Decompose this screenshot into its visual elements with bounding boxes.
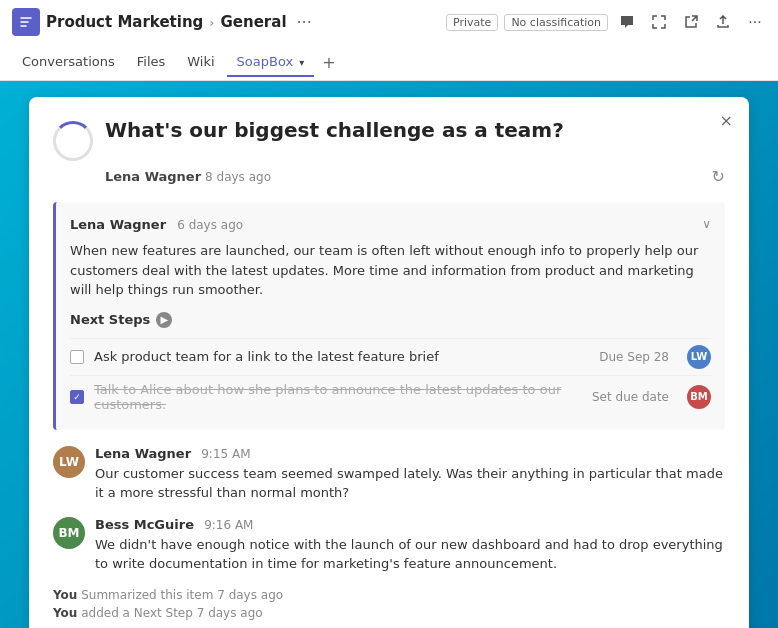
task-2-due: Set due date — [592, 390, 669, 404]
comment-1-avatar: LW — [53, 446, 85, 478]
comment-1-content: Lena Wagner 9:15 AM Our customer success… — [95, 446, 725, 503]
task-1-avatar: LW — [687, 345, 711, 369]
comment-2-content: Bess McGuire 9:16 AM We didn't have enou… — [95, 517, 725, 574]
question-author: Lena Wagner — [105, 169, 201, 184]
task-2-text: Talk to Alice about how she plans to ann… — [94, 382, 582, 412]
comment-1-header: Lena Wagner 9:15 AM — [95, 446, 725, 461]
task-1-checkbox[interactable] — [70, 350, 84, 364]
activity-2-action: added a Next Step — [81, 606, 193, 620]
tab-soapbox[interactable]: SoapBox ▾ — [227, 48, 315, 77]
channel-ellipsis-button[interactable]: ··· — [293, 11, 316, 34]
status-badges: Private No classification — [446, 14, 608, 31]
title-left: Product Marketing › General ··· — [12, 8, 316, 36]
activity-2-time: 7 days ago — [197, 606, 263, 620]
task-row: Ask product team for a link to the lates… — [70, 338, 711, 375]
add-tab-button[interactable]: + — [316, 53, 341, 72]
toolbar-icons: ··· — [616, 11, 766, 33]
question-title: What's our biggest challenge as a team? — [105, 117, 564, 143]
comment-1-row: LW Lena Wagner 9:15 AM Our customer succ… — [53, 446, 725, 503]
activity-2-you: You — [53, 606, 77, 620]
soapbox-dropdown-icon[interactable]: ▾ — [299, 57, 304, 68]
response-header: Lena Wagner 6 days ago ∨ — [70, 214, 711, 233]
task-2-checkbox[interactable]: ✓ — [70, 390, 84, 404]
task-1-due: Due Sep 28 — [599, 350, 669, 364]
chat-icon[interactable] — [616, 11, 638, 33]
expand-icon[interactable] — [648, 11, 670, 33]
tab-files[interactable]: Files — [127, 48, 176, 77]
activity-1-time: 7 days ago — [217, 588, 283, 602]
comment-2-avatar: BM — [53, 517, 85, 549]
question-meta-left: Lena Wagner 8 days ago — [105, 169, 271, 184]
share-icon[interactable] — [712, 11, 734, 33]
comment-2-row: BM Bess McGuire 9:16 AM We didn't have e… — [53, 517, 725, 574]
channel-name: General — [221, 13, 287, 31]
comment-1-author: Lena Wagner — [95, 446, 191, 461]
private-badge: Private — [446, 14, 498, 31]
next-steps-text: Next Steps — [70, 312, 150, 327]
main-area: × What's our biggest challenge as a team… — [0, 81, 778, 628]
app-icon — [12, 8, 40, 36]
next-steps-icon: ▶ — [156, 312, 172, 328]
popout-icon[interactable] — [680, 11, 702, 33]
response-time: 6 days ago — [177, 218, 243, 232]
task-2-avatar: BM — [687, 385, 711, 409]
soapbox-card: × What's our biggest challenge as a team… — [29, 97, 749, 628]
question-header: What's our biggest challenge as a team? — [53, 117, 725, 161]
response-box: Lena Wagner 6 days ago ∨ When new featur… — [53, 202, 725, 430]
activity-row-2: You added a Next Step 7 days ago — [53, 606, 725, 620]
more-icon[interactable]: ··· — [744, 11, 766, 33]
comment-2-text: We didn't have enough notice with the la… — [95, 535, 725, 574]
question-meta: Lena Wagner 8 days ago ↻ — [105, 167, 725, 186]
comment-1-text: Our customer success team seemed swamped… — [95, 464, 725, 503]
response-meta: Lena Wagner 6 days ago — [70, 214, 243, 233]
activity-1-action: Summarized this item — [81, 588, 213, 602]
workspace-name: Product Marketing — [46, 13, 203, 31]
title-row: Product Marketing › General ··· Private … — [12, 0, 766, 44]
close-button[interactable]: × — [720, 111, 733, 130]
nav-tabs: Conversations Files Wiki SoapBox ▾ + — [12, 44, 766, 80]
activity-row-1: You Summarized this item 7 days ago — [53, 588, 725, 602]
tab-wiki[interactable]: Wiki — [177, 48, 224, 77]
response-text: When new features are launched, our team… — [70, 241, 711, 300]
title-right: Private No classification ··· — [446, 11, 766, 33]
comment-1-time: 9:15 AM — [201, 447, 250, 461]
top-bar: Product Marketing › General ··· Private … — [0, 0, 778, 81]
question-time: 8 days ago — [205, 170, 271, 184]
collapse-response-icon[interactable]: ∨ — [702, 217, 711, 231]
comment-2-author: Bess McGuire — [95, 517, 194, 532]
classification-badge: No classification — [504, 14, 608, 31]
activity-1-you: You — [53, 588, 77, 602]
reload-icon[interactable]: ↻ — [712, 167, 725, 186]
tab-conversations[interactable]: Conversations — [12, 48, 125, 77]
comment-2-time: 9:16 AM — [204, 518, 253, 532]
loading-spinner — [53, 121, 93, 161]
breadcrumb-sep: › — [209, 15, 214, 30]
comment-2-header: Bess McGuire 9:16 AM — [95, 517, 725, 532]
task-2-row: ✓ Talk to Alice about how she plans to a… — [70, 375, 711, 418]
task-1-text: Ask product team for a link to the lates… — [94, 349, 589, 364]
next-steps-label: Next Steps ▶ — [70, 312, 711, 328]
response-author: Lena Wagner — [70, 217, 166, 232]
